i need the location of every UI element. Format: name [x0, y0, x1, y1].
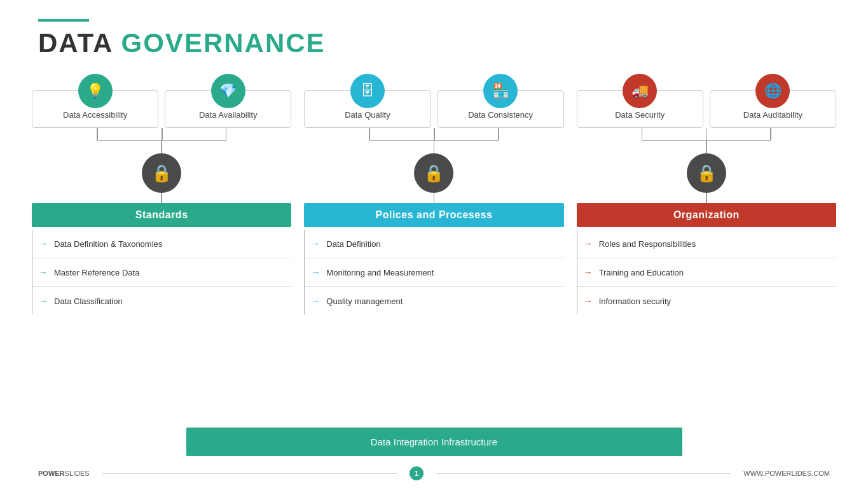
column-organization: 🚚 Data Security 🌐 Data Auditability 🔒 — [577, 71, 836, 315]
list-item: → Master Reference Data — [32, 258, 291, 287]
footer-divider-left — [102, 473, 397, 474]
policies-item-2: Monitoring and Measurement — [326, 268, 434, 277]
card-data-accessibility: 💡 Data Accessibility — [32, 90, 158, 128]
policies-item-3: Quality management — [326, 296, 403, 306]
column-policies: 🗄 Data Quality 🏪 Data Consistency 🔒 — [304, 71, 563, 315]
arrow-icon: → — [311, 239, 320, 249]
org-item-2: Training and Education — [599, 268, 684, 277]
title-word-data: DATA — [38, 28, 113, 58]
org-list: → Roles and Responsibilities → Training … — [577, 230, 836, 315]
list-item: → Information security — [577, 287, 836, 315]
policies-v-line-bottom — [434, 193, 435, 203]
policies-v-line-top — [434, 141, 435, 153]
org-v-line-bottom — [706, 193, 707, 203]
header: DATA GOVERNANCE — [0, 0, 868, 65]
policies-item-1: Data Definition — [326, 239, 380, 249]
card-data-consistency: 🏪 Data Consistency — [437, 90, 564, 128]
card-data-quality: 🗄 Data Quality — [304, 90, 431, 128]
infrastructure-label: Data Integration Infrastructure — [371, 436, 497, 447]
standards-category-label: Standards — [32, 203, 291, 227]
footer-website: WWW.POWERLIDES.COM — [743, 470, 830, 477]
standards-h-connector — [32, 128, 291, 141]
card-data-auditability-label: Data Auditability — [743, 110, 803, 120]
list-item: → Data Definition & Taxonomies — [32, 230, 291, 258]
header-accent-line — [38, 19, 89, 22]
footer-brand-slides: SLIDES — [65, 470, 90, 477]
policies-cards: 🗄 Data Quality 🏪 Data Consistency — [304, 71, 563, 128]
org-category-label: Organization — [577, 203, 836, 227]
card-data-security-label: Data Security — [615, 110, 665, 120]
page-title: DATA GOVERNANCE — [38, 28, 830, 59]
card-data-availability: 💎 Data Availability — [165, 90, 291, 128]
standards-v-line-top — [161, 141, 162, 153]
arrow-icon: → — [39, 267, 48, 277]
data-quality-icon: 🗄 — [350, 74, 385, 108]
data-security-icon: 🚚 — [623, 74, 657, 108]
card-data-security: 🚚 Data Security — [577, 90, 703, 128]
standards-item-1: Data Definition & Taxonomies — [54, 239, 162, 249]
footer: POWER SLIDES 1 WWW.POWERLIDES.COM — [0, 466, 868, 480]
title-word-governance: GOVERNANCE — [121, 28, 326, 58]
arrow-icon: → — [39, 296, 48, 306]
columns-container: 💡 Data Accessibility 💎 Data Availability — [32, 71, 836, 315]
standards-item-2: Master Reference Data — [54, 268, 139, 277]
policies-category-label: Polices and Procesess — [304, 203, 563, 227]
standards-list: → Data Definition & Taxonomies → Master … — [32, 230, 291, 315]
standards-cards: 💡 Data Accessibility 💎 Data Availability — [32, 71, 291, 128]
standards-item-3: Data Classification — [54, 296, 123, 306]
arrow-icon: → — [39, 239, 48, 249]
arrow-icon: → — [311, 267, 320, 277]
card-data-consistency-label: Data Consistency — [468, 110, 533, 120]
standards-v-line-bottom — [161, 193, 162, 203]
main-content: 💡 Data Accessibility 💎 Data Availability — [0, 65, 868, 315]
data-consistency-icon: 🏪 — [483, 74, 518, 108]
list-item: → Roles and Responsibilities — [577, 230, 836, 258]
policies-h-connector — [304, 128, 563, 141]
list-item: → Data Classification — [32, 287, 291, 315]
card-data-availability-label: Data Availability — [199, 110, 258, 120]
policies-list: → Data Definition → Monitoring and Measu… — [304, 230, 563, 315]
bottom-infrastructure-bar: Data Integration Infrastructure — [186, 428, 682, 456]
standards-lock-icon: 🔒 — [142, 153, 181, 193]
card-data-accessibility-label: Data Accessibility — [63, 110, 127, 120]
org-item-1: Roles and Responsibilities — [599, 239, 696, 249]
data-auditability-icon: 🌐 — [755, 74, 790, 108]
arrow-icon: → — [584, 267, 593, 277]
list-item: → Data Definition — [305, 230, 563, 258]
org-lock-icon: 🔒 — [687, 153, 726, 193]
arrow-icon: → — [584, 296, 593, 306]
org-h-connector — [577, 128, 836, 141]
card-data-quality-label: Data Quality — [345, 110, 390, 120]
data-availability-icon: 💎 — [211, 74, 245, 108]
card-data-auditability: 🌐 Data Auditability — [710, 90, 836, 128]
org-item-3: Information security — [599, 296, 671, 306]
list-item: → Training and Education — [577, 258, 836, 287]
column-standards: 💡 Data Accessibility 💎 Data Availability — [32, 71, 291, 315]
footer-brand-power: POWER — [38, 470, 65, 477]
policies-lock-icon: 🔒 — [414, 153, 453, 193]
organization-cards: 🚚 Data Security 🌐 Data Auditability — [577, 71, 836, 128]
org-v-line-top — [706, 141, 707, 153]
data-accessibility-icon: 💡 — [78, 74, 113, 108]
footer-divider-right — [436, 473, 731, 474]
list-item: → Monitoring and Measurement — [305, 258, 563, 287]
arrow-icon: → — [584, 239, 593, 249]
footer-brand: POWER SLIDES — [38, 470, 90, 477]
footer-page-number: 1 — [410, 466, 424, 480]
list-item: → Quality management — [305, 287, 563, 315]
arrow-icon: → — [311, 296, 320, 306]
slide: DATA GOVERNANCE 💡 Data Accessibility 💎 D… — [0, 0, 868, 488]
